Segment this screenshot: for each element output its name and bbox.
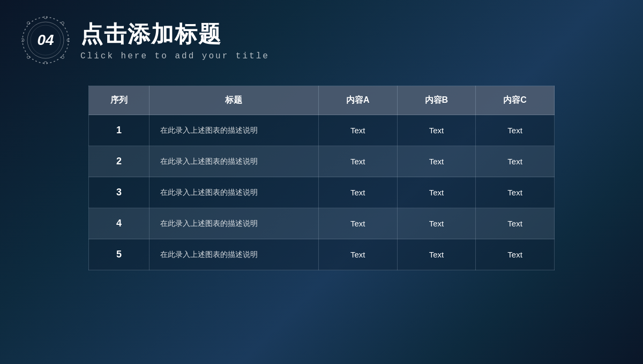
- cell-a[interactable]: Text: [318, 146, 397, 177]
- badge-number: 04: [37, 32, 54, 49]
- cell-b[interactable]: Text: [397, 115, 476, 146]
- cell-a[interactable]: Text: [318, 208, 397, 239]
- table-header-row: 序列 标题 内容A 内容B 内容C: [89, 86, 555, 115]
- cell-seq[interactable]: 1: [89, 115, 149, 146]
- table-row: 4在此录入上述图表的描述说明TextTextText: [89, 208, 555, 239]
- cell-c[interactable]: Text: [476, 146, 555, 177]
- cell-b[interactable]: Text: [397, 208, 476, 239]
- title-group: 点击添加标题 Click here to add your title: [80, 19, 270, 61]
- cell-desc[interactable]: 在此录入上述图表的描述说明: [149, 208, 318, 239]
- cell-desc[interactable]: 在此录入上述图表的描述说明: [149, 115, 318, 146]
- header: 04 点击添加标题 Click here to add your title: [21, 16, 622, 64]
- sub-title[interactable]: Click here to add your title: [80, 51, 270, 61]
- main-title[interactable]: 点击添加标题: [80, 19, 270, 49]
- cell-desc[interactable]: 在此录入上述图表的描述说明: [149, 146, 318, 177]
- cell-a[interactable]: Text: [318, 239, 397, 270]
- cell-a[interactable]: Text: [318, 115, 397, 146]
- data-table: 序列 标题 内容A 内容B 内容C 1在此录入上述图表的描述说明TextText…: [88, 86, 555, 270]
- cell-seq[interactable]: 4: [89, 208, 149, 239]
- cell-c[interactable]: Text: [476, 239, 555, 270]
- page: 04 点击添加标题 Click here to add your title 序…: [0, 0, 643, 364]
- col-header-a: 内容A: [318, 86, 397, 115]
- cell-c[interactable]: Text: [476, 177, 555, 208]
- table-row: 3在此录入上述图表的描述说明TextTextText: [89, 177, 555, 208]
- cell-seq[interactable]: 3: [89, 177, 149, 208]
- table-row: 1在此录入上述图表的描述说明TextTextText: [89, 115, 555, 146]
- col-header-b: 内容B: [397, 86, 476, 115]
- col-header-c: 内容C: [476, 86, 555, 115]
- cell-desc[interactable]: 在此录入上述图表的描述说明: [149, 177, 318, 208]
- cell-desc[interactable]: 在此录入上述图表的描述说明: [149, 239, 318, 270]
- svg-point-7: [27, 22, 30, 25]
- table-row: 2在此录入上述图表的描述说明TextTextText: [89, 146, 555, 177]
- col-header-title: 标题: [149, 86, 318, 115]
- table-container: 序列 标题 内容A 内容B 内容C 1在此录入上述图表的描述说明TextText…: [88, 86, 555, 270]
- badge: 04: [21, 16, 70, 64]
- cell-seq[interactable]: 2: [89, 146, 149, 177]
- cell-b[interactable]: Text: [397, 177, 476, 208]
- svg-point-10: [62, 56, 64, 59]
- cell-a[interactable]: Text: [318, 177, 397, 208]
- cell-b[interactable]: Text: [397, 239, 476, 270]
- cell-b[interactable]: Text: [397, 146, 476, 177]
- cell-c[interactable]: Text: [476, 208, 555, 239]
- table-row: 5在此录入上述图表的描述说明TextTextText: [89, 239, 555, 270]
- cell-c[interactable]: Text: [476, 115, 555, 146]
- svg-point-9: [27, 56, 30, 59]
- col-header-seq: 序列: [89, 86, 149, 115]
- cell-seq[interactable]: 5: [89, 239, 149, 270]
- svg-point-8: [62, 22, 64, 25]
